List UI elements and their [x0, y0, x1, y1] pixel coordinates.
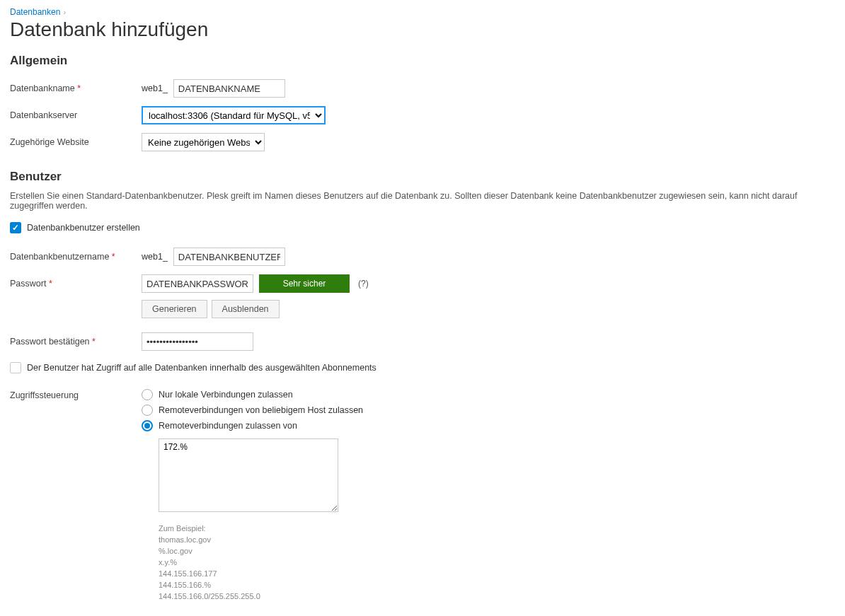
radio-remote-any-label: Remoteverbindungen von beliebigem Host z…	[159, 405, 363, 415]
section-users-desc: Erstellen Sie einen Standard-Datenbankbe…	[10, 191, 835, 211]
breadcrumb: Datenbanken ›	[10, 7, 835, 17]
create-user-checkbox[interactable]	[10, 222, 21, 233]
dbserver-select[interactable]: localhost:3306 (Standard für MySQL, v5.7…	[142, 106, 326, 124]
pwd-confirm-label: Passwort bestätigen *	[10, 337, 142, 347]
pwd-input[interactable]	[142, 274, 253, 293]
dbname-prefix: web1_	[142, 83, 168, 93]
dbuser-label: Datenbankbenutzername *	[10, 252, 142, 262]
all-subscriptions-label: Der Benutzer hat Zugriff auf alle Datenb…	[27, 363, 376, 373]
dbuser-input[interactable]	[173, 248, 285, 266]
radio-remote-from[interactable]	[142, 420, 153, 431]
dbserver-label: Datenbankserver	[10, 110, 142, 120]
dbname-label: Datenbankname *	[10, 83, 142, 93]
section-users-title: Benutzer	[10, 170, 835, 184]
page-title: Datenbank hinzufügen	[10, 18, 835, 41]
hide-button[interactable]: Ausblenden	[212, 300, 280, 318]
access-control-label: Zugriffssteuerung	[10, 389, 142, 400]
section-general-title: Allgemein	[10, 54, 835, 68]
dbname-input[interactable]	[173, 79, 285, 98]
radio-local-only-label: Nur lokale Verbindungen zulassen	[159, 390, 293, 400]
chevron-right-icon: ›	[63, 8, 66, 16]
dbuser-prefix: web1_	[142, 252, 168, 262]
access-control-radio-group: Nur lokale Verbindungen zulassen Remotev…	[142, 389, 468, 616]
remote-hosts-textarea[interactable]: 172.%	[159, 438, 338, 512]
generate-button[interactable]: Generieren	[142, 300, 207, 318]
pwd-confirm-input[interactable]	[142, 332, 253, 351]
radio-remote-from-label: Remoteverbindungen zulassen von	[159, 421, 297, 431]
all-subscriptions-checkbox[interactable]	[10, 362, 21, 373]
example-block: Zum Beispiel: thomas.loc.gov %.loc.gov x…	[159, 523, 468, 603]
pwd-strength-badge: Sehr sicher	[259, 274, 350, 293]
breadcrumb-link-databases[interactable]: Datenbanken	[10, 7, 60, 17]
radio-local-only[interactable]	[142, 389, 153, 400]
create-user-label: Datenbankbenutzer erstellen	[27, 223, 140, 233]
site-label: Zugehörige Website	[10, 137, 142, 147]
radio-remote-any[interactable]	[142, 405, 153, 416]
pwd-help-icon[interactable]: (?)	[358, 279, 369, 289]
pwd-label: Passwort *	[10, 279, 142, 289]
site-select[interactable]: Keine zugehörigen Websites	[142, 133, 265, 151]
